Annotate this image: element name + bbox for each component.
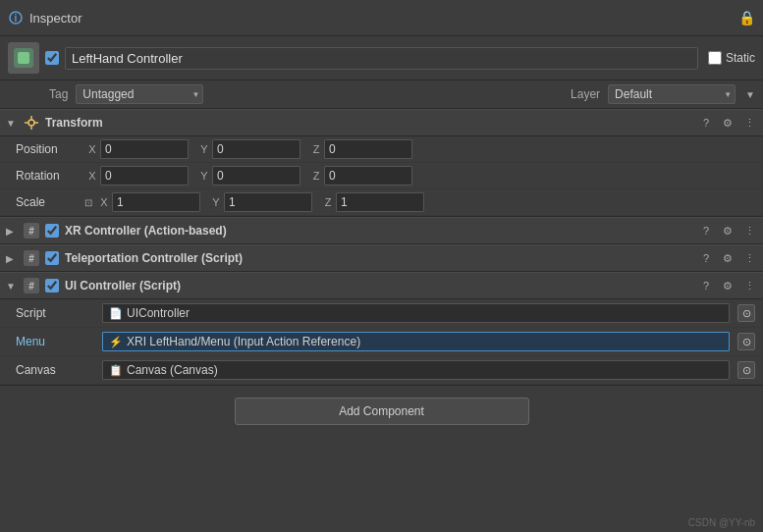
layer-dropdown[interactable]: Default — [608, 84, 736, 104]
canvas-object-icon: 📋 — [109, 364, 123, 377]
rotation-z-input[interactable] — [324, 166, 412, 186]
ui-controller-settings-button[interactable]: ⚙ — [720, 278, 736, 293]
title-text: Inspector — [29, 11, 82, 26]
transform-settings-button[interactable]: ⚙ — [720, 115, 736, 131]
scale-row: Scale ⊡ X Y Z — [0, 189, 763, 216]
scale-x-input[interactable] — [112, 192, 200, 212]
menu-select-button[interactable]: ⊙ — [737, 333, 755, 350]
rotation-x-label: X — [84, 170, 100, 182]
static-checkbox[interactable] — [708, 51, 722, 65]
xr-controller-help-button[interactable]: ? — [698, 223, 714, 239]
svg-rect-3 — [18, 52, 29, 64]
script-value: 📄 UIController — [102, 303, 730, 323]
add-component-area: Add Component — [0, 386, 763, 437]
scale-lock-icon: ⊡ — [84, 197, 92, 208]
canvas-value-text: Canvas (Canvas) — [127, 363, 218, 377]
position-x-input[interactable] — [100, 139, 189, 159]
ui-controller-actions: ? ⚙ ⋮ — [698, 278, 757, 293]
transform-title: Transform — [45, 116, 692, 130]
static-row: Static — [708, 51, 755, 65]
static-label: Static — [726, 51, 755, 65]
object-name-input[interactable] — [65, 47, 698, 70]
scale-z-label: Z — [320, 196, 336, 208]
rotation-z-label: Z — [308, 170, 324, 182]
teleportation-menu-button[interactable]: ⋮ — [741, 250, 757, 266]
scale-fields: ⊡ X Y Z — [84, 192, 755, 212]
teleportation-actions: ? ⚙ ⋮ — [698, 250, 757, 266]
transform-help-button[interactable]: ? — [698, 115, 714, 131]
xr-controller-arrow: ▶ — [6, 226, 18, 237]
layer-label: Layer — [571, 87, 600, 101]
transform-arrow-icon: ▼ — [6, 118, 18, 129]
layer-arrow: ▼ — [745, 89, 755, 100]
svg-point-4 — [28, 120, 34, 126]
ui-controller-header[interactable]: ▼ # UI Controller (Script) ? ⚙ ⋮ — [0, 272, 763, 299]
xr-controller-actions: ? ⚙ ⋮ — [698, 223, 757, 239]
position-z-input[interactable] — [324, 139, 412, 159]
canvas-label: Canvas — [16, 363, 94, 377]
teleportation-hash-icon: # — [24, 250, 39, 266]
transform-menu-button[interactable]: ⋮ — [741, 115, 757, 131]
ui-controller-arrow: ▼ — [6, 281, 18, 292]
ui-controller-fields: Script 📄 UIController ⊙ Menu ⚡ XRI LeftH… — [0, 299, 763, 386]
rotation-y-label: Y — [196, 170, 212, 182]
xr-controller-settings-button[interactable]: ⚙ — [720, 223, 736, 239]
teleportation-header[interactable]: ▶ # Teleportation Controller (Script) ? … — [0, 244, 763, 272]
rotation-fields: X Y Z — [84, 166, 755, 186]
ui-controller-help-button[interactable]: ? — [698, 278, 714, 293]
title-bar: i Inspector 🔒 — [0, 0, 763, 36]
position-row: Position X Y Z — [0, 136, 763, 163]
scale-y-label: Y — [208, 196, 224, 208]
scale-x-label: X — [96, 196, 112, 208]
script-file-icon: 📄 — [109, 307, 123, 320]
position-label: Position — [16, 142, 84, 156]
ui-controller-hash-icon: # — [24, 278, 39, 293]
position-z-label: Z — [308, 143, 324, 155]
script-select-button[interactable]: ⊙ — [737, 304, 755, 322]
xr-controller-hash-icon: # — [24, 223, 39, 239]
scale-label: Scale — [16, 195, 84, 209]
rotation-label: Rotation — [16, 169, 84, 183]
object-icon — [8, 42, 39, 74]
lock-icon[interactable]: 🔒 — [738, 10, 755, 26]
footer: CSDN @YY-nb — [688, 517, 755, 528]
tag-dropdown[interactable]: Untagged — [76, 84, 203, 104]
menu-value-text: XRI LeftHand/Menu (Input Action Referenc… — [127, 335, 360, 348]
menu-field-row: Menu ⚡ XRI LeftHand/Menu (Input Action R… — [0, 328, 763, 356]
transform-section-header[interactable]: ▼ Transform ? ⚙ ⋮ — [0, 109, 763, 136]
inspector-icon: i — [8, 10, 24, 26]
menu-action-icon: ⚡ — [109, 336, 123, 348]
position-y-label: Y — [196, 143, 212, 155]
ui-controller-menu-button[interactable]: ⋮ — [741, 278, 757, 293]
xr-controller-active-checkbox[interactable] — [45, 224, 59, 238]
rotation-x-input[interactable] — [100, 166, 189, 186]
scale-y-input[interactable] — [224, 192, 312, 212]
script-value-text: UIController — [127, 306, 190, 320]
scale-z-input[interactable] — [336, 192, 424, 212]
script-field-row: Script 📄 UIController ⊙ — [0, 299, 763, 328]
canvas-value: 📋 Canvas (Canvas) — [102, 360, 730, 380]
rotation-y-input[interactable] — [212, 166, 300, 186]
transform-icon — [24, 115, 39, 131]
object-header: Static — [0, 36, 763, 80]
menu-value: ⚡ XRI LeftHand/Menu (Input Action Refere… — [102, 332, 730, 351]
xr-controller-header[interactable]: ▶ # XR Controller (Action-based) ? ⚙ ⋮ — [0, 217, 763, 244]
teleportation-arrow: ▶ — [6, 253, 18, 264]
object-active-checkbox[interactable] — [45, 51, 59, 65]
teleportation-active-checkbox[interactable] — [45, 251, 59, 265]
add-component-button[interactable]: Add Component — [235, 398, 529, 425]
canvas-select-button[interactable]: ⊙ — [737, 361, 755, 379]
position-x-label: X — [84, 143, 100, 155]
xr-controller-title: XR Controller (Action-based) — [65, 224, 692, 238]
layer-dropdown-wrap[interactable]: Default — [608, 84, 736, 104]
menu-label: Menu — [16, 335, 94, 348]
teleportation-help-button[interactable]: ? — [698, 250, 714, 266]
position-y-input[interactable] — [212, 139, 300, 159]
tag-layer-row: Tag Untagged Layer Default ▼ — [0, 80, 763, 109]
tag-dropdown-wrap[interactable]: Untagged — [76, 84, 203, 104]
teleportation-settings-button[interactable]: ⚙ — [720, 250, 736, 266]
xr-controller-menu-button[interactable]: ⋮ — [741, 223, 757, 239]
tag-label: Tag — [49, 87, 68, 101]
ui-controller-active-checkbox[interactable] — [45, 279, 59, 293]
svg-text:i: i — [15, 13, 18, 24]
